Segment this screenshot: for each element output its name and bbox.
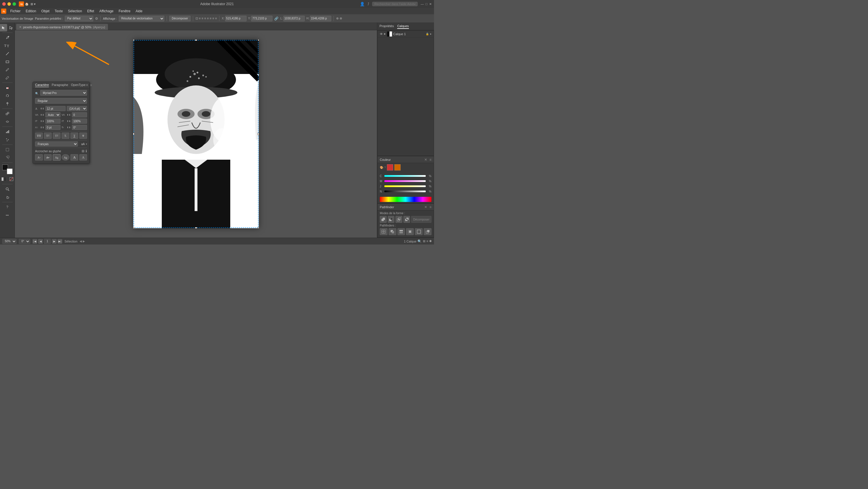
snap-glyph-info[interactable]: ℹ	[86, 149, 87, 153]
unite-btn[interactable]	[380, 216, 386, 223]
tab-proprietes[interactable]: Propriétés	[379, 24, 394, 29]
artboard-tool[interactable]	[4, 146, 11, 153]
color-stroke-icon[interactable]: 🎨	[380, 166, 383, 169]
close-icon[interactable]: ✕	[429, 2, 432, 6]
mirror-tool[interactable]	[4, 100, 11, 107]
warp-tool[interactable]	[4, 118, 11, 125]
outline-btn[interactable]	[415, 228, 423, 235]
underline-btn[interactable]: T	[70, 133, 78, 139]
ax-baseline-btn[interactable]: Ax	[35, 154, 43, 161]
menu-edition[interactable]: Edition	[23, 8, 38, 14]
user-icon[interactable]: 👤	[360, 2, 365, 6]
minimize-icon[interactable]: —	[421, 2, 424, 6]
y-value[interactable]	[251, 16, 273, 22]
eraser-tool[interactable]	[4, 84, 11, 91]
ax-strikethrough-btn[interactable]: Ax	[44, 154, 52, 161]
pathfinder-close[interactable]: ✕	[424, 205, 427, 209]
font-size-input[interactable]	[45, 106, 66, 111]
l-value[interactable]	[283, 16, 305, 22]
kerning-select[interactable]: Auto	[45, 112, 61, 117]
magenta-slider[interactable]	[384, 180, 426, 182]
layer-name[interactable]: Calque 1	[393, 32, 425, 36]
maximize-icon[interactable]: □	[426, 2, 428, 6]
divide-btn[interactable]	[380, 228, 388, 235]
menu-objet[interactable]: Objet	[39, 8, 52, 14]
tracking-input[interactable]	[72, 112, 87, 117]
black-slider[interactable]	[384, 191, 426, 192]
all-caps-btn[interactable]: TT	[35, 133, 43, 139]
menu-fenetre[interactable]: Fenêtre	[116, 8, 133, 14]
next-page-btn[interactable]: ▶	[52, 239, 57, 243]
color-panel-close[interactable]: ✕	[424, 158, 427, 162]
a-light-btn[interactable]: A	[79, 154, 87, 161]
canvas-workspace[interactable]: Caractère Paragraphe OpenType ✕ ≡ 🔍 Myr	[15, 30, 377, 238]
help-button[interactable]: ?	[4, 203, 11, 211]
rect-tool[interactable]	[4, 58, 11, 65]
close-button[interactable]	[2, 2, 6, 6]
paintbrush-tool[interactable]	[4, 66, 11, 74]
rotation-input[interactable]	[72, 125, 87, 130]
char-panel-menu[interactable]: ≡	[90, 83, 92, 87]
none-swatch[interactable]	[8, 175, 15, 183]
layer-expand-icon[interactable]: ▶	[384, 33, 386, 35]
subscript-btn[interactable]: T,	[62, 133, 69, 139]
link-icon[interactable]: 🔗	[274, 17, 278, 21]
parametre-select[interactable]: Par défaut	[65, 16, 93, 22]
ag-box-btn[interactable]: Ag	[53, 154, 61, 161]
h-value[interactable]	[310, 16, 331, 22]
pen-tool[interactable]	[4, 34, 11, 41]
menu-affichage[interactable]: Affichage	[97, 8, 116, 14]
tab-paragraphe[interactable]: Paragraphe	[52, 83, 68, 87]
tab-opentype[interactable]: OpenType	[71, 83, 86, 87]
menu-aide[interactable]: Aide	[133, 8, 145, 14]
share-icon[interactable]: ⤴	[368, 2, 369, 6]
a-bold-btn[interactable]: A	[70, 154, 78, 161]
char-panel-close[interactable]: ✕	[86, 83, 89, 87]
leading-select[interactable]: (14,4 pt)	[67, 106, 87, 111]
minus-back-btn[interactable]	[424, 228, 431, 235]
page-number-input[interactable]	[44, 239, 51, 244]
background-swatch[interactable]	[7, 169, 12, 174]
tab-calques[interactable]: Calques	[397, 24, 409, 29]
cyan-slider[interactable]	[384, 175, 426, 177]
document-tab[interactable]: ✕ pexels-thgusstavo-santana-1933873.jpg*…	[16, 24, 108, 30]
decomposer-modes-btn[interactable]: Décomposer	[411, 216, 431, 223]
minus-front-btn[interactable]	[388, 216, 395, 223]
type-tool[interactable]: T T	[4, 42, 11, 50]
small-caps-btn[interactable]: TT	[44, 133, 52, 139]
parametre-settings-icon[interactable]: ⚙	[95, 17, 98, 21]
font-family-select[interactable]: Myriad Pro	[40, 90, 87, 96]
scale-tool[interactable]	[4, 110, 11, 117]
baseline-input[interactable]	[45, 125, 61, 130]
decomposer-button[interactable]: Décomposer	[169, 16, 191, 22]
search-input[interactable]	[372, 2, 418, 6]
menu-texte[interactable]: Texte	[52, 8, 65, 14]
merge-btn[interactable]	[398, 228, 405, 235]
rotate-select[interactable]: 0°	[19, 239, 30, 244]
color-fg-swatch[interactable]	[387, 164, 393, 171]
superscript-btn[interactable]: TT	[53, 133, 61, 139]
close-tab-icon[interactable]: ✕	[19, 25, 22, 29]
menu-fichier[interactable]: Fichier	[8, 8, 23, 14]
ag-circle-btn[interactable]: Ag	[62, 154, 69, 161]
rotate-tool[interactable]	[4, 92, 11, 99]
status-zoom-in-icon[interactable]: 🔍	[417, 239, 422, 243]
hand-tool[interactable]	[4, 193, 11, 201]
exclude-btn[interactable]	[403, 216, 410, 223]
first-page-btn[interactable]: |◀	[33, 239, 37, 243]
snap-glyph-icon[interactable]: ⊞	[82, 149, 85, 153]
aa-dropdown[interactable]: ▾	[86, 143, 87, 145]
yellow-slider[interactable]	[384, 185, 426, 187]
strikethrough-btn[interactable]: T	[79, 133, 87, 139]
color-bg-swatch[interactable]	[394, 164, 401, 171]
chart-tool[interactable]	[4, 128, 11, 135]
minimize-button[interactable]	[7, 2, 11, 6]
zoom-select[interactable]: 50%	[2, 239, 17, 244]
color-swatches[interactable]	[2, 165, 12, 174]
layer-visibility-icon[interactable]: 👁	[380, 32, 383, 36]
trim-btn[interactable]	[389, 228, 396, 235]
slice-tool[interactable]	[4, 154, 11, 162]
vscale-input[interactable]	[72, 118, 87, 124]
affichage-select[interactable]: Résultat de vectorisation	[119, 16, 164, 22]
workspace-selector[interactable]: ⊞ ▾	[31, 2, 36, 6]
